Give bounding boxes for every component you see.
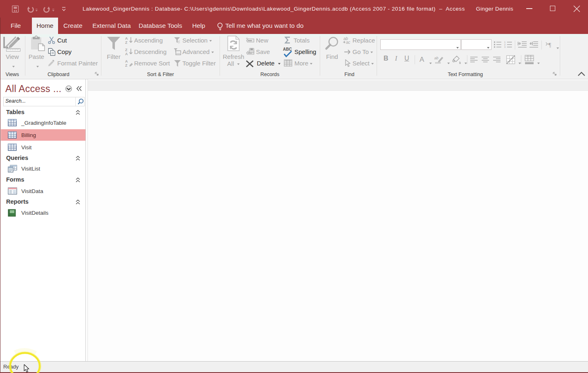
svg-text:A: A: [125, 52, 128, 56]
svg-text:A: A: [420, 56, 424, 63]
svg-text:ABC: ABC: [283, 47, 292, 52]
svg-text:Z: Z: [125, 48, 128, 52]
svg-text:¶: ¶: [548, 42, 551, 48]
svg-text:A: A: [125, 59, 128, 63]
svg-text:Z: Z: [125, 40, 128, 45]
svg-text:ac: ac: [346, 40, 350, 45]
svg-text:3: 3: [504, 46, 506, 48]
svg-text:ab: ab: [434, 56, 438, 60]
svg-text:A: A: [125, 36, 128, 40]
svg-text:Z: Z: [125, 63, 128, 67]
